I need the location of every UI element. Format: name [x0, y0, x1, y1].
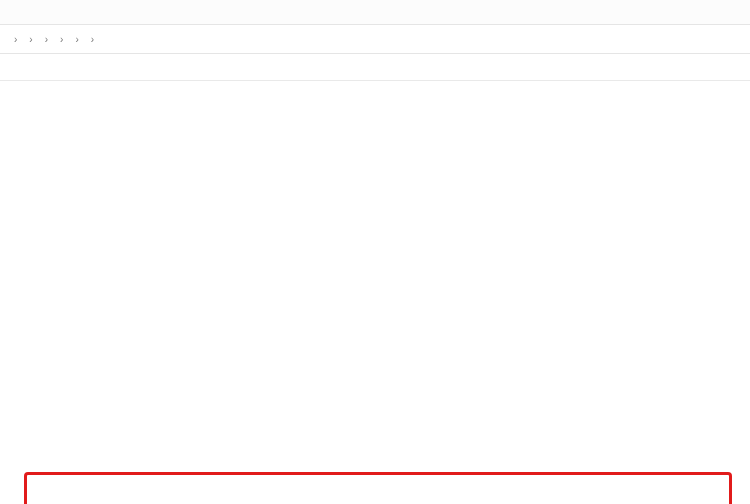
file-list-area [0, 54, 750, 504]
breadcrumb: › › › › › › [0, 25, 750, 54]
chevron-right-icon[interactable]: › [60, 34, 63, 45]
chevron-right-icon[interactable]: › [45, 34, 48, 45]
chevron-right-icon[interactable]: › [75, 34, 78, 45]
menu-bar [0, 0, 750, 25]
chevron-right-icon[interactable]: › [14, 34, 17, 45]
chevron-right-icon[interactable]: › [91, 34, 94, 45]
chevron-right-icon[interactable]: › [29, 34, 32, 45]
highlight-annotation [24, 472, 732, 504]
column-headers [0, 54, 750, 81]
